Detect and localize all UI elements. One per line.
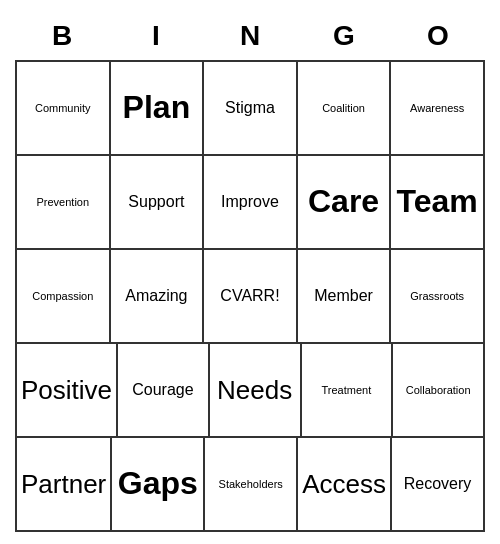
bingo-cell: Treatment [302,344,394,436]
cell-text: Collaboration [406,384,471,396]
header-letter: B [15,12,109,60]
cell-text: CVARR! [220,287,279,305]
bingo-cell: Access [298,438,392,530]
bingo-cell: Community [17,62,111,154]
bingo-cell: Coalition [298,62,392,154]
cell-text: Support [128,193,184,211]
bingo-cell: Member [298,250,392,342]
bingo-grid: CommunityPlanStigmaCoalitionAwarenessPre… [15,60,485,532]
bingo-row: CompassionAmazingCVARR!MemberGrassroots [17,250,485,344]
cell-text: Care [308,184,379,219]
bingo-cell: Compassion [17,250,111,342]
header-letter: N [203,12,297,60]
header-letter: O [391,12,485,60]
bingo-cell: Collaboration [393,344,485,436]
cell-text: Stigma [225,99,275,117]
bingo-row: PreventionSupportImproveCareTeam [17,156,485,250]
bingo-card: BINGO CommunityPlanStigmaCoalitionAwaren… [15,12,485,532]
cell-text: Prevention [37,196,90,208]
bingo-cell: Team [391,156,485,248]
bingo-cell: Care [298,156,392,248]
bingo-cell: Stakeholders [205,438,298,530]
cell-text: Stakeholders [219,478,283,490]
cell-text: Amazing [125,287,187,305]
cell-text: Plan [123,90,191,125]
header-letter: G [297,12,391,60]
bingo-cell: Positive [17,344,118,436]
cell-text: Courage [132,381,193,399]
bingo-cell: Amazing [111,250,205,342]
cell-text: Positive [21,376,112,405]
bingo-row: PartnerGapsStakeholdersAccessRecovery [17,438,485,532]
bingo-row: PositiveCourageNeedsTreatmentCollaborati… [17,344,485,438]
cell-text: Access [302,470,386,499]
cell-text: Needs [217,376,292,405]
cell-text: Member [314,287,373,305]
cell-text: Partner [21,470,106,499]
bingo-cell: Recovery [392,438,485,530]
bingo-cell: Grassroots [391,250,485,342]
bingo-cell: CVARR! [204,250,298,342]
bingo-cell: Awareness [391,62,485,154]
cell-text: Recovery [404,475,472,493]
cell-text: Team [397,184,478,219]
cell-text: Treatment [322,384,372,396]
bingo-cell: Support [111,156,205,248]
bingo-row: CommunityPlanStigmaCoalitionAwareness [17,62,485,156]
bingo-cell: Gaps [112,438,205,530]
cell-text: Gaps [118,466,198,501]
bingo-cell: Improve [204,156,298,248]
header-letter: I [109,12,203,60]
bingo-cell: Needs [210,344,302,436]
bingo-header: BINGO [15,12,485,60]
cell-text: Compassion [32,290,93,302]
bingo-cell: Plan [111,62,205,154]
bingo-cell: Courage [118,344,210,436]
bingo-cell: Prevention [17,156,111,248]
cell-text: Awareness [410,102,464,114]
cell-text: Improve [221,193,279,211]
bingo-cell: Partner [17,438,112,530]
cell-text: Coalition [322,102,365,114]
bingo-cell: Stigma [204,62,298,154]
cell-text: Community [35,102,91,114]
cell-text: Grassroots [410,290,464,302]
